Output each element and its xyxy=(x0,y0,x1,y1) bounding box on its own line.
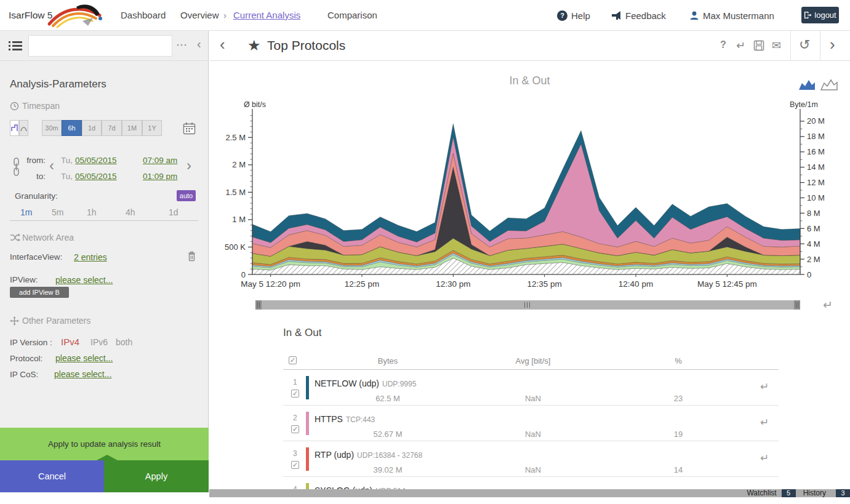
ipcos-select-link[interactable]: please select... xyxy=(54,369,111,379)
table-row-syslog[interactable]: 4 ✓ SYSLOG (udp)UDP:514 ↵ xyxy=(283,477,779,489)
row-protocol: RTP (udp)UDP:16384 - 32768 xyxy=(315,449,422,460)
analysis-selector[interactable] xyxy=(28,35,172,57)
history-icon[interactable]: ↺ xyxy=(799,37,810,53)
nav-dashboard[interactable]: Dashboard xyxy=(121,0,166,31)
protocol-port: UDP:16384 - 32768 xyxy=(357,451,422,460)
ipview-select-link[interactable]: please select... xyxy=(55,275,113,285)
table-row-rtp[interactable]: 3 ✓ RTP (udp)UDP:16384 - 32768 39.02 M N… xyxy=(283,441,779,477)
ip-version-ipv6[interactable]: IPv6 xyxy=(90,337,108,347)
from-date-link[interactable]: 05/05/2015 xyxy=(75,156,117,165)
preset-1d[interactable]: 1d xyxy=(82,120,102,136)
timespan-prev-button[interactable]: ‹ xyxy=(49,157,54,174)
traffic-stacked-area-chart[interactable]: 0500 K1 M1.5 M2 M2.5 M02 M4 M6 M8 M10 M1… xyxy=(215,98,850,292)
granularity-5m[interactable]: 5m xyxy=(52,207,63,217)
preset-7d[interactable]: 7d xyxy=(102,120,122,136)
interfaceview-entries-link[interactable]: 2 entries xyxy=(74,252,107,262)
bottom-status-bar: Watchlist 5 History 3 xyxy=(209,489,850,497)
email-icon[interactable]: ✉ xyxy=(772,39,781,52)
ip-version-ipv4[interactable]: IPv4 xyxy=(61,337,79,347)
protocol-select-link[interactable]: please select... xyxy=(55,353,113,363)
column-avg[interactable]: Avg [bit/s] xyxy=(478,356,588,366)
app-root: IsarFlow 5 Dashboard Overview › Current … xyxy=(0,0,850,504)
cancel-button[interactable]: Cancel xyxy=(0,460,104,492)
column-percent[interactable]: % xyxy=(623,356,734,366)
area-chart-toggle-icon[interactable] xyxy=(798,78,816,91)
granularity-1m[interactable]: 1m xyxy=(20,207,32,217)
help-icon: ? xyxy=(557,10,567,21)
favorite-star-icon[interactable]: ★ xyxy=(247,37,261,54)
row-percent: 14 xyxy=(623,465,734,474)
user-menu[interactable]: Max Mustermann xyxy=(689,0,774,31)
next-analysis-icon[interactable]: › xyxy=(830,35,835,54)
logout-label: logout xyxy=(814,10,836,20)
range-grip[interactable] xyxy=(524,300,530,310)
analysis-list-icon[interactable] xyxy=(8,40,23,52)
history-toggle[interactable]: History xyxy=(803,489,826,497)
user-icon xyxy=(689,10,699,20)
table-row-https[interactable]: 2 ✓ HTTPSTCP:443 52.67 M NaN 19 ↵ xyxy=(283,406,779,441)
preset-6h[interactable]: 6h xyxy=(62,120,82,136)
row-color-bar xyxy=(306,447,309,471)
preset-1Y[interactable]: 1Y xyxy=(142,120,162,136)
header-return-icon[interactable]: ↵ xyxy=(736,39,745,52)
protocol-name: RTP (udp) xyxy=(315,450,354,460)
chart-title: In & Out xyxy=(209,74,850,87)
range-handle-right[interactable] xyxy=(794,300,800,310)
from-time-link[interactable]: 07:09 am xyxy=(143,156,177,165)
add-ipview-b-button[interactable]: add IPView B xyxy=(10,287,69,298)
collapse-sidebar-icon[interactable]: ‹ xyxy=(197,37,201,51)
ipview-label: IPView: xyxy=(10,275,38,284)
granularity-1d[interactable]: 1d xyxy=(169,207,178,217)
trash-icon[interactable] xyxy=(188,251,196,262)
timespan-next-button[interactable]: › xyxy=(186,157,191,174)
save-icon[interactable] xyxy=(753,40,764,51)
range-handle-left[interactable] xyxy=(255,300,262,310)
granularity-auto-badge[interactable]: auto xyxy=(177,190,196,201)
nav-overview[interactable]: Overview xyxy=(180,0,219,31)
ip-version-both[interactable]: both xyxy=(116,337,132,347)
line-chart-toggle-icon[interactable] xyxy=(820,78,838,91)
history-count-badge[interactable]: 3 xyxy=(836,489,850,497)
row-bytes: 52.67 M xyxy=(332,430,443,439)
prev-analysis-icon[interactable]: ‹ xyxy=(220,35,225,54)
row-rank: 2 xyxy=(293,414,297,422)
more-options-icon[interactable]: ⋯ xyxy=(176,38,187,52)
row-bytes: 39.02 M xyxy=(332,465,443,474)
interval-mode-sliding-toggle[interactable] xyxy=(19,120,28,136)
feedback-button[interactable]: Feedback xyxy=(611,0,666,31)
chart-range-scrollbar[interactable] xyxy=(255,300,800,310)
preset-1M[interactable]: 1M xyxy=(122,120,142,136)
row-checkbox[interactable]: ✓ xyxy=(291,390,299,398)
interval-mode-step-toggle[interactable] xyxy=(10,120,19,136)
row-color-bar xyxy=(306,483,309,489)
table-row-netflow[interactable]: 1 ✓ NETFLOW (udp)UDP:9995 62.5 M NaN 23 … xyxy=(283,370,779,406)
row-checkbox[interactable]: ✓ xyxy=(291,461,299,469)
svg-text:2.5 M: 2.5 M xyxy=(225,133,246,142)
logout-button[interactable]: logout xyxy=(801,7,839,23)
table-section-title: In & Out xyxy=(283,327,321,339)
calendar-icon[interactable] xyxy=(183,122,196,135)
svg-text:6 M: 6 M xyxy=(807,224,820,233)
nav-comparison[interactable]: Comparison xyxy=(327,0,377,31)
to-date-link[interactable]: 05/05/2015 xyxy=(75,172,117,181)
watchlist-toggle[interactable]: Watchlist xyxy=(747,489,776,497)
apply-button[interactable]: Apply xyxy=(104,460,209,492)
check-icon: ✓ xyxy=(292,390,298,398)
granularity-1h[interactable]: 1h xyxy=(87,207,97,217)
help-button[interactable]: ? Help xyxy=(557,0,590,31)
granularity-4h[interactable]: 4h xyxy=(126,207,135,217)
zoom-reset-icon[interactable]: ↵ xyxy=(823,298,833,312)
link-timespan-icon[interactable] xyxy=(12,158,20,176)
row-checkbox[interactable]: ✓ xyxy=(291,425,299,433)
header-help-icon[interactable]: ? xyxy=(720,39,726,50)
nav-current-analysis[interactable]: Current Analysis xyxy=(233,0,300,31)
column-bytes[interactable]: Bytes xyxy=(332,356,443,366)
row-drilldown-icon[interactable]: ↵ xyxy=(760,452,769,465)
row-drilldown-icon[interactable]: ↵ xyxy=(760,416,769,429)
ipcos-label: IP CoS: xyxy=(10,370,38,379)
to-time-link[interactable]: 01:09 pm xyxy=(143,172,177,181)
preset-30m[interactable]: 30m xyxy=(42,120,62,136)
watchlist-count-badge[interactable]: 5 xyxy=(782,489,796,497)
select-all-checkbox[interactable]: ✓ xyxy=(289,356,297,364)
row-drilldown-icon[interactable]: ↵ xyxy=(760,380,769,393)
